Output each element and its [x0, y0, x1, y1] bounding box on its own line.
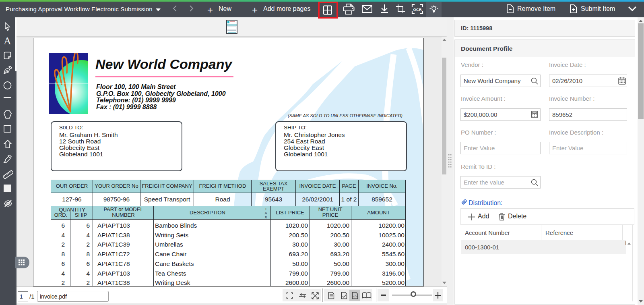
svg-text:A: A: [4, 36, 11, 46]
svg-text:</>: </>: [353, 295, 357, 298]
svg-text:OCR: OCR: [413, 7, 421, 12]
